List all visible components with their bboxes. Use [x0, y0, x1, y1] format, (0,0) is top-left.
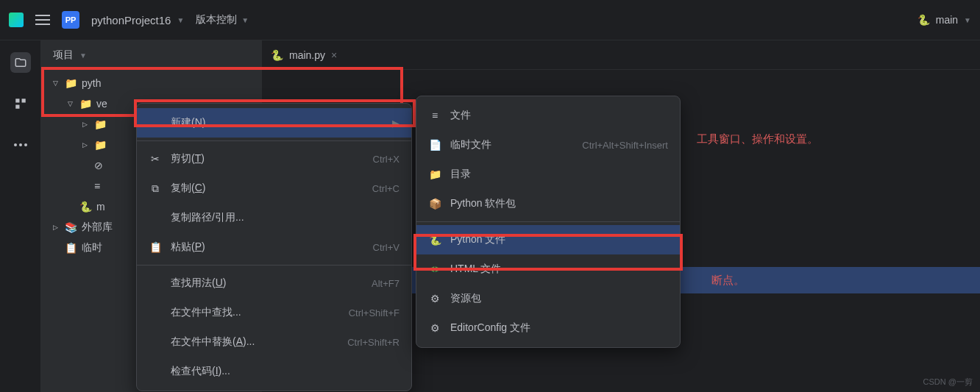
menu-cut[interactable]: ✂ 剪切(T) Ctrl+X [137, 144, 411, 174]
scratch-file-icon: 📄 [428, 139, 441, 151]
tree-label: m [96, 201, 105, 213]
left-toolstrip [0, 40, 41, 392]
html-icon: <> [428, 263, 441, 275]
shortcut-label: Ctrl+Shift+R [347, 337, 400, 348]
project-panel-header[interactable]: 项目 ▼ [41, 40, 262, 70]
tree-root[interactable]: ▽ 📁 pyth [41, 73, 262, 93]
tree-label: ve [96, 98, 107, 110]
new-submenu: ≡ 文件 📄 临时文件 Ctrl+Alt+Shift+Insert 📁 目录 📦… [416, 96, 681, 348]
tab-label: main.py [289, 49, 325, 61]
menu-find-in-files[interactable]: 在文件中查找... Ctrl+Shift+F [137, 298, 411, 327]
menu-label: 复制路径/引用... [171, 211, 400, 224]
editor-tab[interactable]: 🐍 main.py × [271, 49, 337, 61]
menu-copy[interactable]: ⧉ 复制(C) Ctrl+C [137, 174, 411, 203]
gear-icon: ⚙ [428, 322, 441, 334]
menu-new-editorconfig[interactable]: ⚙ EditorConfig 文件 [416, 313, 680, 343]
project-badge: PP [62, 11, 79, 29]
menu-label: HTML 文件 [450, 263, 668, 276]
menu-label: 临时文件 [450, 138, 573, 152]
titlebar: PP pythonProject16 ▼ 版本控制 ▼ 🐍 main ▼ [0, 0, 980, 40]
expand-icon: ▷ [82, 121, 90, 128]
project-selector[interactable]: pythonProject16 ▼ [91, 14, 184, 26]
close-icon[interactable]: × [331, 49, 337, 61]
context-menu: 新建(N) ▶ ✂ 剪切(T) Ctrl+X ⧉ 复制(C) Ctrl+C 复制… [136, 103, 412, 391]
submenu-arrow-icon: ▶ [392, 118, 400, 129]
shortcut-label: Ctrl+Shift+F [349, 307, 400, 318]
expand-icon: ▽ [53, 79, 60, 87]
chevron-down-icon: ▼ [964, 16, 971, 24]
menu-new[interactable]: 新建(N) ▶ [137, 108, 411, 138]
file-icon: ≡ [428, 110, 441, 121]
menu-new-py-package[interactable]: 📦 Python 软件包 [416, 189, 680, 218]
menu-label: 在文件中替换(A)... [171, 335, 338, 349]
menu-label: 复制(C) [171, 182, 363, 195]
shortcut-label: Ctrl+C [372, 183, 400, 194]
text-icon: ≡ [94, 180, 100, 192]
menu-find-usages[interactable]: 查找用法(U) Alt+F7 [137, 268, 411, 298]
expand-icon: ▷ [82, 141, 90, 149]
gear-icon: ⚙ [428, 293, 441, 304]
menu-new-resource[interactable]: ⚙ 资源包 [416, 284, 680, 313]
menu-paste[interactable]: 📋 粘贴(P) Ctrl+V [137, 232, 411, 262]
expand-icon: ▷ [53, 224, 60, 231]
folder-icon: 📁 [428, 168, 441, 180]
chevron-down-icon: ▼ [177, 16, 184, 24]
library-icon: 📚 [65, 221, 77, 233]
menu-label: 资源包 [450, 292, 668, 305]
menu-label: 粘贴(P) [171, 240, 364, 254]
svg-point-5 [24, 143, 27, 146]
more-tool-button[interactable] [10, 135, 31, 155]
main-menu-button[interactable] [35, 15, 50, 25]
menu-label: 新建(N) [171, 116, 383, 129]
shortcut-label: Ctrl+V [373, 242, 400, 253]
menu-replace-in-files[interactable]: 在文件中替换(A)... Ctrl+Shift+R [137, 327, 411, 357]
package-icon: 📦 [428, 198, 441, 210]
menu-label: 在文件中查找... [171, 306, 340, 319]
panel-title: 项目 [53, 49, 74, 62]
menu-new-file[interactable]: ≡ 文件 [416, 101, 680, 130]
folder-icon: 📁 [94, 139, 107, 151]
folder-icon: 📁 [65, 77, 77, 89]
scissors-icon: ✂ [149, 153, 162, 165]
svg-point-4 [19, 143, 22, 146]
project-tool-button[interactable] [10, 52, 31, 73]
folder-icon: 📁 [79, 98, 92, 110]
expand-icon: ▽ [68, 100, 75, 107]
menu-label: Python 文件 [450, 233, 668, 246]
menu-label: 文件 [450, 109, 668, 122]
folder-icon: 📁 [94, 118, 107, 130]
python-icon: 🐍 [271, 49, 283, 61]
menu-copy-path[interactable]: 复制路径/引用... [137, 203, 411, 232]
menu-label: Python 软件包 [450, 197, 668, 210]
editor-tabs: 🐍 main.py × [262, 40, 980, 70]
menu-new-html-file[interactable]: <> HTML 文件 [416, 254, 680, 284]
menu-label: 目录 [450, 168, 668, 181]
menu-inspect[interactable]: 检查代码(I)... [137, 357, 411, 386]
app-icon [9, 13, 24, 27]
menu-label: 查找用法(U) [171, 277, 363, 290]
shortcut-label: Ctrl+X [373, 154, 400, 165]
menu-label: 剪切(T) [171, 152, 364, 165]
svg-rect-2 [15, 105, 19, 109]
blocked-icon: ⊘ [94, 160, 103, 171]
menu-new-python-file[interactable]: 🐍 Python 文件 [416, 225, 680, 254]
python-icon: 🐍 [79, 201, 92, 213]
vcs-menu[interactable]: 版本控制 ▼ [196, 13, 249, 26]
svg-rect-1 [21, 99, 25, 102]
watermark: CSDN @一剪 [923, 377, 973, 388]
menu-new-scratch[interactable]: 📄 临时文件 Ctrl+Alt+Shift+Insert [416, 130, 680, 160]
copy-icon: ⧉ [149, 182, 162, 195]
structure-tool-button[interactable] [10, 93, 31, 114]
python-icon: 🐍 [917, 14, 930, 26]
tree-label: 临时 [82, 241, 102, 254]
scratch-icon: 📋 [65, 242, 77, 254]
shortcut-label: Alt+F7 [372, 278, 400, 289]
menu-new-directory[interactable]: 📁 目录 [416, 160, 680, 189]
run-configuration[interactable]: 🐍 main ▼ [917, 14, 971, 26]
tree-label: pyth [82, 77, 101, 89]
vcs-label: 版本控制 [196, 13, 237, 26]
svg-rect-0 [15, 99, 19, 102]
chevron-down-icon: ▼ [241, 16, 249, 24]
menu-label: 检查代码(I)... [171, 365, 400, 378]
clipboard-icon: 📋 [149, 241, 162, 253]
